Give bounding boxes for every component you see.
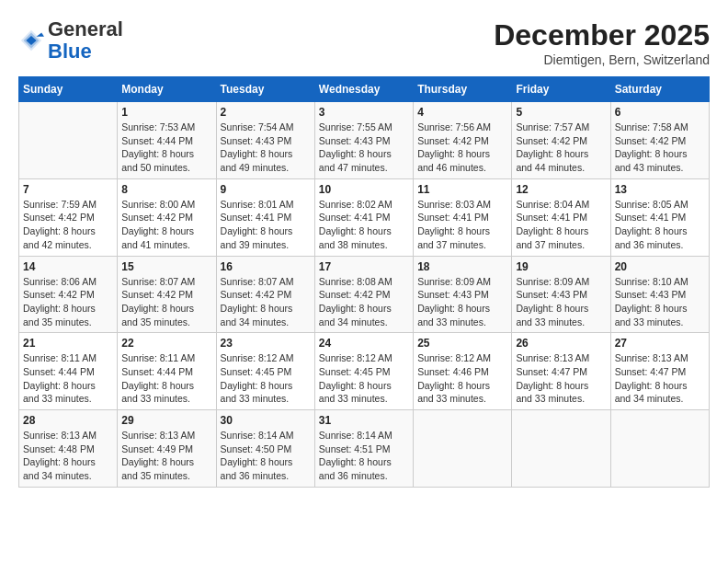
day-number: 21 — [23, 337, 113, 350]
day-number: 15 — [121, 260, 211, 273]
header-cell-tuesday: Tuesday — [216, 77, 314, 102]
logo-text: General Blue — [48, 18, 123, 63]
day-info: Sunrise: 7:54 AM Sunset: 4:43 PM Dayligh… — [221, 121, 311, 175]
header-cell-sunday: Sunday — [19, 77, 118, 102]
day-info: Sunrise: 8:12 AM Sunset: 4:46 PM Dayligh… — [417, 351, 507, 406]
day-info: Sunrise: 8:06 AM Sunset: 4:42 PM Dayligh… — [23, 275, 113, 329]
day-info: Sunrise: 8:07 AM Sunset: 4:42 PM Dayligh… — [121, 275, 211, 329]
calendar-cell: 31Sunrise: 8:14 AM Sunset: 4:51 PM Dayli… — [314, 410, 413, 488]
day-number: 24 — [319, 337, 409, 350]
day-number: 22 — [121, 337, 211, 350]
calendar-cell: 20Sunrise: 8:10 AM Sunset: 4:43 PM Dayli… — [610, 256, 709, 333]
calendar-cell: 15Sunrise: 8:07 AM Sunset: 4:42 PM Dayli… — [118, 256, 216, 333]
calendar-cell: 28Sunrise: 8:13 AM Sunset: 4:48 PM Dayli… — [19, 410, 118, 488]
header-cell-monday: Monday — [118, 77, 216, 102]
calendar-cell: 4Sunrise: 7:56 AM Sunset: 4:42 PM Daylig… — [414, 102, 512, 179]
header-cell-saturday: Saturday — [610, 77, 709, 102]
title-block: December 2025 Diemtigen, Bern, Switzerla… — [494, 18, 710, 67]
day-info: Sunrise: 7:57 AM Sunset: 4:42 PM Dayligh… — [516, 121, 606, 175]
calendar-cell: 16Sunrise: 8:07 AM Sunset: 4:42 PM Dayli… — [216, 256, 314, 333]
day-info: Sunrise: 7:59 AM Sunset: 4:42 PM Dayligh… — [23, 198, 113, 252]
calendar-cell: 12Sunrise: 8:04 AM Sunset: 4:41 PM Dayli… — [512, 178, 610, 256]
calendar-header: SundayMondayTuesdayWednesdayThursdayFrid… — [19, 77, 710, 102]
calendar-cell: 17Sunrise: 8:08 AM Sunset: 4:42 PM Dayli… — [314, 256, 413, 333]
day-number: 3 — [319, 106, 409, 119]
day-info: Sunrise: 8:05 AM Sunset: 4:41 PM Dayligh… — [615, 198, 705, 252]
day-info: Sunrise: 8:13 AM Sunset: 4:48 PM Dayligh… — [23, 429, 113, 483]
calendar-cell — [414, 410, 512, 488]
calendar-cell: 19Sunrise: 8:09 AM Sunset: 4:43 PM Dayli… — [512, 256, 610, 333]
calendar-table: SundayMondayTuesdayWednesdayThursdayFrid… — [18, 76, 710, 488]
calendar-cell: 21Sunrise: 8:11 AM Sunset: 4:44 PM Dayli… — [19, 333, 118, 410]
day-info: Sunrise: 7:55 AM Sunset: 4:43 PM Dayligh… — [319, 121, 409, 175]
day-info: Sunrise: 8:03 AM Sunset: 4:41 PM Dayligh… — [417, 198, 507, 252]
day-info: Sunrise: 8:11 AM Sunset: 4:44 PM Dayligh… — [23, 351, 113, 406]
day-number: 23 — [221, 337, 311, 350]
week-row-0: 1Sunrise: 7:53 AM Sunset: 4:44 PM Daylig… — [19, 102, 710, 179]
header-cell-thursday: Thursday — [414, 77, 512, 102]
calendar-cell: 30Sunrise: 8:14 AM Sunset: 4:50 PM Dayli… — [216, 410, 314, 488]
day-number: 2 — [221, 106, 311, 119]
calendar-cell — [512, 410, 610, 488]
calendar-cell: 7Sunrise: 7:59 AM Sunset: 4:42 PM Daylig… — [19, 178, 118, 256]
day-info: Sunrise: 8:14 AM Sunset: 4:51 PM Dayligh… — [319, 429, 409, 483]
day-number: 6 — [615, 106, 705, 119]
calendar-cell: 9Sunrise: 8:01 AM Sunset: 4:41 PM Daylig… — [216, 178, 314, 256]
calendar-cell: 2Sunrise: 7:54 AM Sunset: 4:43 PM Daylig… — [216, 102, 314, 179]
day-info: Sunrise: 8:00 AM Sunset: 4:42 PM Dayligh… — [121, 198, 211, 252]
day-info: Sunrise: 8:12 AM Sunset: 4:45 PM Dayligh… — [319, 351, 409, 406]
day-info: Sunrise: 8:10 AM Sunset: 4:43 PM Dayligh… — [615, 275, 705, 329]
day-info: Sunrise: 8:04 AM Sunset: 4:41 PM Dayligh… — [516, 198, 606, 252]
day-info: Sunrise: 8:13 AM Sunset: 4:47 PM Dayligh… — [516, 351, 606, 406]
day-number: 8 — [121, 183, 211, 196]
day-number: 17 — [319, 260, 409, 273]
logo-icon — [18, 28, 44, 53]
day-info: Sunrise: 8:11 AM Sunset: 4:44 PM Dayligh… — [121, 351, 211, 406]
day-info: Sunrise: 8:09 AM Sunset: 4:43 PM Dayligh… — [516, 275, 606, 329]
header-row: SundayMondayTuesdayWednesdayThursdayFrid… — [19, 77, 710, 102]
calendar-cell — [19, 102, 118, 179]
header-cell-friday: Friday — [512, 77, 610, 102]
week-row-2: 14Sunrise: 8:06 AM Sunset: 4:42 PM Dayli… — [19, 256, 710, 333]
day-number: 28 — [23, 414, 113, 427]
calendar-cell: 18Sunrise: 8:09 AM Sunset: 4:43 PM Dayli… — [414, 256, 512, 333]
week-row-4: 28Sunrise: 8:13 AM Sunset: 4:48 PM Dayli… — [19, 410, 710, 488]
header-cell-wednesday: Wednesday — [314, 77, 413, 102]
day-number: 12 — [516, 183, 606, 196]
day-info: Sunrise: 8:02 AM Sunset: 4:41 PM Dayligh… — [319, 198, 409, 252]
month-title: December 2025 — [494, 18, 710, 52]
calendar-cell: 8Sunrise: 8:00 AM Sunset: 4:42 PM Daylig… — [118, 178, 216, 256]
calendar-cell: 27Sunrise: 8:13 AM Sunset: 4:47 PM Dayli… — [610, 333, 709, 410]
day-info: Sunrise: 8:13 AM Sunset: 4:49 PM Dayligh… — [121, 429, 211, 483]
page-header: General Blue December 2025 Diemtigen, Be… — [18, 18, 710, 67]
day-number: 27 — [615, 337, 705, 350]
calendar-cell: 14Sunrise: 8:06 AM Sunset: 4:42 PM Dayli… — [19, 256, 118, 333]
day-number: 25 — [417, 337, 507, 350]
day-info: Sunrise: 8:09 AM Sunset: 4:43 PM Dayligh… — [417, 275, 507, 329]
day-number: 7 — [23, 183, 113, 196]
location: Diemtigen, Bern, Switzerland — [494, 52, 710, 67]
day-number: 10 — [319, 183, 409, 196]
day-number: 1 — [121, 106, 211, 119]
calendar-cell — [610, 410, 709, 488]
calendar-cell: 1Sunrise: 7:53 AM Sunset: 4:44 PM Daylig… — [118, 102, 216, 179]
day-number: 26 — [516, 337, 606, 350]
calendar-cell: 25Sunrise: 8:12 AM Sunset: 4:46 PM Dayli… — [414, 333, 512, 410]
day-info: Sunrise: 7:53 AM Sunset: 4:44 PM Dayligh… — [121, 121, 211, 175]
calendar-cell: 29Sunrise: 8:13 AM Sunset: 4:49 PM Dayli… — [118, 410, 216, 488]
day-info: Sunrise: 8:13 AM Sunset: 4:47 PM Dayligh… — [615, 351, 705, 406]
day-number: 5 — [516, 106, 606, 119]
day-info: Sunrise: 8:01 AM Sunset: 4:41 PM Dayligh… — [221, 198, 311, 252]
calendar-body: 1Sunrise: 7:53 AM Sunset: 4:44 PM Daylig… — [19, 102, 710, 488]
calendar-cell: 13Sunrise: 8:05 AM Sunset: 4:41 PM Dayli… — [610, 178, 709, 256]
week-row-3: 21Sunrise: 8:11 AM Sunset: 4:44 PM Dayli… — [19, 333, 710, 410]
calendar-cell: 22Sunrise: 8:11 AM Sunset: 4:44 PM Dayli… — [118, 333, 216, 410]
calendar-cell: 5Sunrise: 7:57 AM Sunset: 4:42 PM Daylig… — [512, 102, 610, 179]
day-number: 13 — [615, 183, 705, 196]
calendar-cell: 6Sunrise: 7:58 AM Sunset: 4:42 PM Daylig… — [610, 102, 709, 179]
calendar-cell: 24Sunrise: 8:12 AM Sunset: 4:45 PM Dayli… — [314, 333, 413, 410]
day-number: 4 — [417, 106, 507, 119]
day-info: Sunrise: 8:07 AM Sunset: 4:42 PM Dayligh… — [221, 275, 311, 329]
day-number: 30 — [221, 414, 311, 427]
day-number: 18 — [417, 260, 507, 273]
